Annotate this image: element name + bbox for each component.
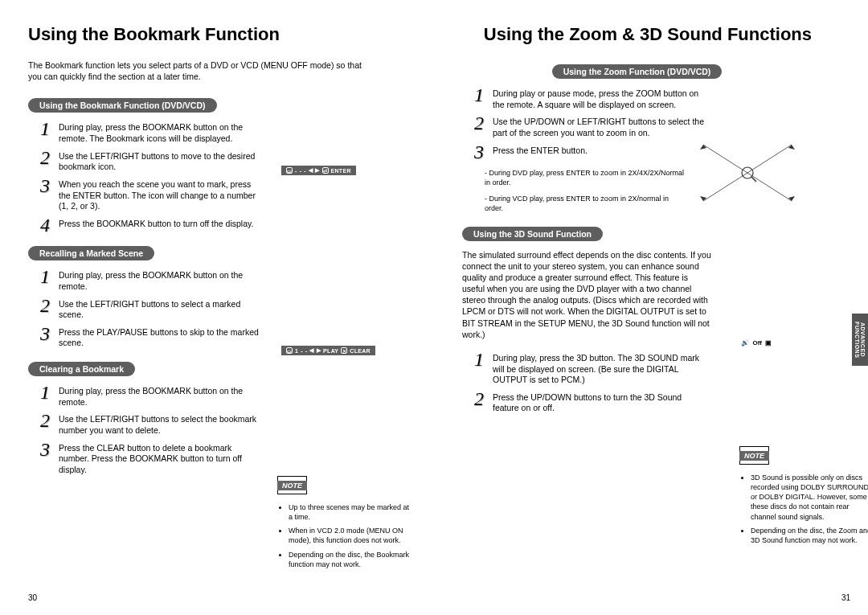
steps-block: 1During play, press the BOOKMARK button … [38,269,438,349]
sub-note: - During DVD play, press ENTER to zoom i… [485,168,686,187]
bookmark-icon: ▭ [286,167,293,174]
note-block: NOTE Up to three scenes may be marked at… [277,476,414,573]
step-number: 1 [38,121,52,137]
page-title: Using the Bookmark Function [28,24,438,45]
svg-line-3 [751,177,756,182]
note-list: Up to three scenes may be marked at a ti… [277,502,414,569]
side-tab: ADVANCED FUNCTIONS [852,314,868,366]
step-text: During play or pause mode, press the ZOO… [493,87,705,110]
step-number: 2 [472,115,486,131]
section-heading: Recalling a Marked Scene [28,246,154,260]
step-number: 4 [38,217,52,233]
step-text: Use the LEFT/RIGHT buttons to move to th… [59,150,263,173]
step-text: During play, press the BOOKMARK button o… [59,269,263,292]
clear-icon: ✕ [341,347,347,354]
note-item: When in VCD 2.0 mode (MENU ON mode), thi… [289,526,414,545]
note-item: Up to three scenes may be marked at a ti… [289,502,414,522]
section-heading: Clearing a Bookmark [28,362,135,376]
sub-note: - During VCD play, press ENTER to zoom i… [485,194,686,213]
step-text: Press the ENTER button. [493,144,588,157]
step-text: When you reach the scene you want to mar… [59,178,263,212]
step-text: During play, press the BOOKMARK button o… [59,384,263,408]
step-number: 2 [38,297,52,314]
step-number: 2 [38,412,52,428]
page-right: Using the Zoom & 3D Sound Functions Usin… [462,24,852,599]
section-heading: Using the Zoom Function (DVD/VCD) [552,64,723,79]
steps-block: 1During play, press the BOOKMARK button … [38,121,438,233]
step-text: During play, press the 3D button. The 3D… [493,351,705,386]
bookmark-icon: ▭ [286,347,293,354]
note-item: 3D Sound is possible only on discs recor… [751,473,868,522]
step-text: Press the UP/DOWN buttons to turn the 3D… [493,391,705,414]
3d-icon: ▣ [765,339,772,346]
step-text: During play, press the BOOKMARK button o… [59,121,263,144]
page-number: 30 [28,593,37,602]
note-label: NOTE [739,451,769,461]
osd-3dsound: 🔊 Off ▣ [741,339,772,346]
note-list: 3D Sound is possible only on discs recor… [739,473,868,545]
note-block: NOTE 3D Sound is possible only on discs … [739,446,868,549]
step-number: 2 [38,150,52,166]
step-text: Use the UP/DOWN or LEFT/RIGHT buttons to… [493,115,705,138]
section-heading: Using the Bookmark Function (DVD/VCD) [28,98,217,113]
intro-text: The Bookmark function lets you select pa… [28,59,366,82]
step-number: 2 [472,391,486,407]
note-item: Depending on the disc, the Zoom and 3D S… [751,526,868,545]
steps-block: 1During play, press the BOOKMARK button … [38,384,438,475]
osd-bookmark-play: ▭ 1 - - ◀ ▶ PLAY ✕ CLEAR [281,346,375,355]
step-text: Press the PLAY/PAUSE buttons to skip to … [59,326,263,349]
zoom-diagram [687,129,808,217]
osd-value: Off [752,339,762,346]
magnifier-icon [742,167,756,182]
page-title: Using the Zoom & 3D Sound Functions [462,24,812,45]
page-left: Using the Bookmark Function The Bookmark… [28,24,438,599]
step-text: Press the BOOKMARK button to turn off th… [59,217,253,230]
osd-bookmark-enter: ▭ - - - ◀ ▶ ⏎ ENTER [281,166,356,175]
step-number: 3 [38,441,52,457]
note-item: Depending on the disc, the Bookmark func… [289,550,414,569]
intro-text: The simulated surround effect depends on… [462,249,711,340]
step-number: 1 [472,351,486,367]
steps-block: 1During play, press the 3D button. The 3… [472,351,812,414]
section-heading: Using the 3D Sound Function [462,227,603,241]
sound-icon: 🔊 [741,339,749,346]
step-number: 1 [472,87,486,103]
step-text: Use the LEFT/RIGHT buttons to select the… [59,412,263,436]
note-label: NOTE [277,481,307,490]
step-text: Press the CLEAR button to delete a bookm… [59,441,263,476]
step-text: Use the LEFT/RIGHT buttons to select a m… [59,297,263,321]
step-number: 1 [38,269,52,285]
step-number: 3 [472,144,486,160]
enter-icon: ⏎ [322,167,329,174]
page-number: 31 [841,593,850,602]
step-number: 3 [38,178,52,194]
step-number: 1 [38,384,52,400]
step-number: 3 [38,326,52,342]
